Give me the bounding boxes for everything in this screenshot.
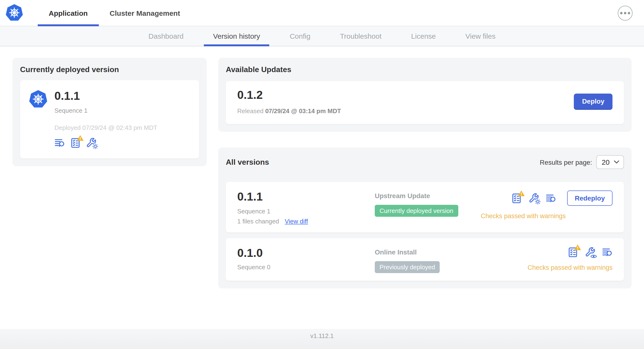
ellipsis-menu-button[interactable] [618,6,632,20]
app-sub-nav: Dashboard Version history Config Trouble… [0,26,644,46]
tab-license[interactable]: License [396,26,450,46]
diff-logs-icon[interactable] [54,138,65,148]
currently-deployed-section: Currently deployed version [12,58,207,166]
top-nav: Application Cluster Management [0,0,644,26]
tab-view-files[interactable]: View files [451,26,510,46]
view-diff-link[interactable]: View diff [285,218,308,225]
console-version: v1.112.1 [310,332,334,340]
currently-deployed-badge: Currently deployed version [375,205,458,217]
row-version-number: 0.1.1 [237,191,375,204]
version-row-0-1-0: 0.1.0 Sequence 0 Online Install Previous… [226,238,624,281]
kubernetes-app-icon [29,90,48,148]
version-row-0-1-1: 0.1.1 Sequence 1 1 files changedView dif… [226,182,624,232]
current-version-deployed-date: Deployed 07/29/24 @ 02:43 pm MDT [54,124,157,132]
row-sequence: Sequence 1 [237,208,375,215]
warning-triangle-icon [518,191,525,196]
diff-logs-icon[interactable] [546,193,556,204]
row-source-label: Online Install [375,248,528,256]
available-updates-title: Available Updates [226,66,624,74]
currently-deployed-card: 0.1.1 Sequence 1 Deployed 07/29/24 @ 02:… [20,80,199,159]
row-files-changed: 1 files changedView diff [237,218,375,225]
gear-icon [535,199,541,205]
kubernetes-logo-icon [5,0,24,26]
main-content: Currently deployed version [0,46,644,288]
view-config-wrench-eye-icon[interactable] [585,247,595,257]
warning-triangle-icon [574,244,581,250]
results-per-page-label: Results per page: [540,158,592,166]
admin-console-page: Application Cluster Management Dashboard… [0,0,644,349]
current-version-sequence: Sequence 1 [54,107,157,114]
eye-icon [590,254,597,259]
chevron-down-icon [614,161,619,164]
tab-config[interactable]: Config [275,26,325,46]
update-released-date: Released 07/29/24 @ 03:14 pm MDT [237,108,341,115]
config-wrench-gear-icon[interactable] [86,138,96,148]
redeploy-button[interactable]: Redeploy [567,191,612,206]
available-updates-section: Available Updates 0.1.2 Released 07/29/2… [218,58,632,132]
all-versions-title: All versions [226,158,269,166]
tab-application[interactable]: Application [38,0,98,26]
preflight-checks-warning-icon[interactable] [70,138,81,148]
update-version-number: 0.1.2 [237,89,341,102]
tab-version-history[interactable]: Version history [198,26,275,46]
current-version-number: 0.1.1 [54,90,157,102]
warning-triangle-icon [77,135,84,141]
config-wrench-gear-icon[interactable] [528,193,539,204]
preflight-checks-warning-icon[interactable] [511,193,522,204]
checks-status-text: Checks passed with warnings [528,264,612,271]
previously-deployed-badge: Previously deployed [375,261,440,273]
tab-troubleshoot[interactable]: Troubleshoot [325,26,396,46]
row-version-number: 0.1.0 [237,247,375,260]
console-footer: v1.112.1 [0,329,644,349]
all-versions-section: All versions Results per page: 20 0.1.1 [218,148,632,288]
currently-deployed-title: Currently deployed version [20,66,199,74]
row-source-label: Upstream Update [375,192,481,200]
tab-cluster-management[interactable]: Cluster Management [98,0,191,26]
preflight-checks-warning-icon[interactable] [568,247,578,257]
available-update-card: 0.1.2 Released 07/29/24 @ 03:14 pm MDT D… [226,81,624,124]
checks-status-text: Checks passed with warnings [481,213,566,220]
tab-dashboard[interactable]: Dashboard [134,26,198,46]
gear-icon [92,144,98,150]
diff-logs-icon[interactable] [602,247,612,257]
deploy-button[interactable]: Deploy [574,94,612,110]
results-per-page-select[interactable]: 20 [596,156,624,169]
row-sequence: Sequence 0 [237,264,375,271]
